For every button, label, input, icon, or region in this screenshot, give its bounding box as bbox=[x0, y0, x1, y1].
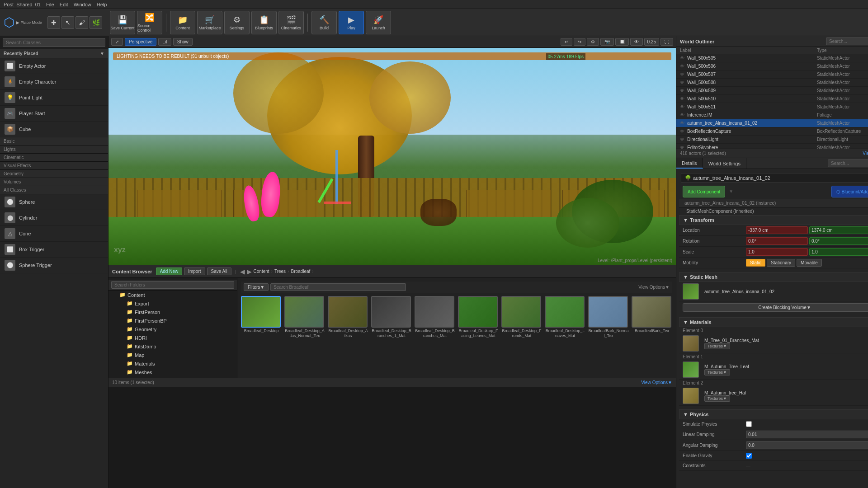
asset-search[interactable] bbox=[270, 283, 406, 291]
tree-materials[interactable]: 📁 Materials bbox=[108, 359, 237, 368]
linear-input[interactable] bbox=[746, 431, 868, 438]
menu-help[interactable]: Help bbox=[97, 2, 107, 7]
recently-placed-header[interactable]: Recently Placed ▼ bbox=[0, 49, 108, 58]
subcategory-cinematic[interactable]: Cinematic bbox=[0, 154, 108, 162]
subcategory-lights[interactable]: Lights bbox=[0, 145, 108, 154]
tree-geometry[interactable]: 📁 Geometry bbox=[108, 325, 237, 333]
add-component-btn[interactable]: Add Component bbox=[683, 186, 725, 197]
asset-1[interactable]: Broadleaf_Desktop_Atlas_Normal_Tex bbox=[284, 296, 325, 338]
mode-btn-4[interactable]: 🌿 bbox=[90, 16, 102, 29]
static-mesh-component[interactable]: StaticMeshComponent (Inherited) bbox=[679, 207, 868, 215]
vis-icon-11[interactable]: 👁 bbox=[680, 145, 685, 149]
rotation-x[interactable] bbox=[746, 237, 808, 245]
vis-icon-6[interactable]: 👁 bbox=[680, 104, 685, 110]
tab-world-settings[interactable]: World Settings bbox=[703, 158, 746, 169]
asset-2[interactable]: Broadleaf_Desktop_Atkas bbox=[328, 296, 368, 338]
vp-ctrl-5[interactable]: 🔲 bbox=[615, 38, 629, 46]
mode-btn-2[interactable]: ↖ bbox=[61, 16, 74, 29]
wo-wall510[interactable]: 👁 Wall_500x510 StaticMeshActor bbox=[676, 95, 868, 103]
vis-icon-4[interactable]: 👁 bbox=[680, 88, 685, 94]
tree-hdri[interactable]: 📁 HDRI bbox=[108, 333, 237, 342]
tree-content[interactable]: 📁 Content bbox=[108, 291, 237, 299]
vis-icon-3[interactable]: 👁 bbox=[680, 80, 685, 85]
view-options-status[interactable]: View Options▼ bbox=[641, 380, 672, 385]
location-x[interactable] bbox=[746, 226, 808, 234]
place-item-cylinder[interactable]: ⬤ Cylinder + bbox=[0, 210, 108, 226]
scale-x[interactable] bbox=[746, 248, 808, 256]
wo-search[interactable] bbox=[826, 38, 868, 45]
tree-map[interactable]: 📁 Map bbox=[108, 351, 237, 359]
place-item-cube[interactable]: 📦 Cube + bbox=[0, 122, 108, 137]
vis-icon-8[interactable]: 👁 bbox=[680, 121, 685, 126]
tree-meshes[interactable]: 📁 Meshes bbox=[108, 368, 237, 376]
tree-kitsdamo[interactable]: 📁 KitsDamo bbox=[108, 342, 237, 351]
simulate-checkbox[interactable] bbox=[746, 421, 752, 427]
filters-btn[interactable]: Filters▼ bbox=[244, 283, 269, 291]
save-current-btn[interactable]: 💾 Save Current bbox=[110, 11, 135, 34]
vp-ctrl-1[interactable]: ↩ bbox=[561, 38, 572, 46]
build-btn[interactable]: 🔨 Build bbox=[311, 11, 337, 34]
place-item-point-light[interactable]: 💡 Point Light + bbox=[0, 90, 108, 106]
perspective-btn[interactable]: Perspective bbox=[125, 38, 156, 46]
vis-icon-2[interactable]: 👁 bbox=[680, 72, 685, 77]
place-item-empty-character[interactable]: 🧍 Empty Character + bbox=[0, 74, 108, 90]
lit-btn[interactable]: Lit bbox=[158, 38, 171, 46]
vis-icon-9[interactable]: 👁 bbox=[680, 129, 685, 134]
gravity-checkbox[interactable] bbox=[746, 453, 752, 459]
blueprint-script-btn[interactable]: ⬡ Blueprint/Add Script bbox=[831, 186, 868, 197]
show-btn[interactable]: Show bbox=[173, 38, 193, 46]
angular-input[interactable] bbox=[746, 441, 868, 449]
dp-search[interactable] bbox=[828, 160, 868, 167]
source-control-btn[interactable]: 🔀 Source Control bbox=[137, 11, 162, 34]
wo-wall508[interactable]: 👁 Wall_500x508 StaticMeshActor bbox=[676, 79, 868, 87]
asset-7[interactable]: Broadleaf_Desktop_Leaves_Mat bbox=[545, 296, 585, 338]
search-input[interactable] bbox=[3, 38, 105, 47]
settings-btn[interactable]: ⚙ Settings bbox=[224, 11, 250, 34]
static-mesh-header[interactable]: ▼ Static Mesh bbox=[679, 272, 868, 282]
wo-inference[interactable]: 👁 Inference.IM Foliage bbox=[676, 111, 868, 119]
mat-tex-btn-2[interactable]: Textures▼ bbox=[704, 395, 730, 402]
tree-firstperson[interactable]: 📁 FirstPerson bbox=[108, 308, 237, 316]
scale-y[interactable] bbox=[809, 248, 868, 256]
view-options-btn[interactable]: View Options▼ bbox=[638, 285, 670, 290]
add-new-btn[interactable]: Add New bbox=[156, 267, 183, 275]
launch-btn[interactable]: 🚀 Launch bbox=[366, 11, 391, 34]
physics-header[interactable]: ▼ Physics bbox=[679, 409, 868, 419]
wo-wall506[interactable]: 👁 Wall_500x506 StaticMeshActor bbox=[676, 62, 868, 70]
wo-directional-light[interactable]: 👁 DirectionalLight DirectionalLight bbox=[676, 136, 868, 144]
vis-icon-0[interactable]: 👁 bbox=[680, 56, 685, 61]
menu-edit[interactable]: Edit bbox=[60, 2, 68, 7]
viewport-icon-btn[interactable]: ⤢ bbox=[111, 38, 123, 46]
vp-ctrl-2[interactable]: ↪ bbox=[574, 38, 585, 46]
mobility-static[interactable]: Static bbox=[746, 259, 765, 267]
wo-wall509[interactable]: 👁 Wall_500x509 StaticMeshActor bbox=[676, 87, 868, 95]
save-all-btn[interactable]: Save All bbox=[207, 267, 231, 275]
wo-autumn-tree[interactable]: 👁 autumn_tree_Alnus_incana_01_02 StaticM… bbox=[676, 119, 868, 127]
vp-maximize[interactable]: ⛶ bbox=[660, 38, 673, 46]
asset-8[interactable]: BroadleafBark_Normal_Tex bbox=[588, 296, 629, 338]
breadcrumb-content[interactable]: Content bbox=[254, 269, 269, 274]
vp-ctrl-3[interactable]: ⚙ bbox=[587, 38, 599, 46]
create-blocking-btn[interactable]: Create Blocking Volume▼ bbox=[683, 303, 868, 312]
asset-6[interactable]: Broadleaf_Desktop_Fronds_Mat bbox=[501, 296, 542, 338]
mode-btn-3[interactable]: 🖌 bbox=[75, 16, 88, 29]
breadcrumb-broadleaf[interactable]: Broadleaf bbox=[291, 269, 310, 274]
import-btn[interactable]: Import bbox=[184, 267, 205, 275]
asset-9[interactable]: BroadleafBark_Tex bbox=[632, 296, 672, 338]
vp-ctrl-4[interactable]: 📷 bbox=[600, 38, 614, 46]
place-item-player-start[interactable]: 🎮 Player Start + bbox=[0, 106, 108, 122]
marketplace-btn[interactable]: 🛒 Marketplace bbox=[197, 11, 222, 34]
vp-ctrl-6[interactable]: 👁 bbox=[630, 38, 643, 46]
transform-header[interactable]: ▼ Transform bbox=[679, 215, 868, 225]
mode-btn-1[interactable]: ✚ bbox=[47, 16, 60, 29]
breadcrumb-trees[interactable]: Trees bbox=[274, 269, 286, 274]
cb-nav-fwd[interactable]: ▶ bbox=[247, 268, 252, 275]
mat-tex-btn-0[interactable]: Textures▼ bbox=[704, 343, 730, 349]
play-btn[interactable]: ▶ Play bbox=[339, 11, 364, 34]
rotation-y[interactable] bbox=[809, 237, 868, 245]
vis-icon-7[interactable]: 👁 bbox=[680, 113, 685, 118]
menu-file[interactable]: File bbox=[46, 2, 54, 7]
wo-box-reflection[interactable]: 👁 BoxReflectionCapture BoxReflectionCapt… bbox=[676, 127, 868, 136]
wo-wall505[interactable]: 👁 Wall_500x505 StaticMeshActor bbox=[676, 54, 868, 62]
main-viewport[interactable]: LIGHTING NEEDS TO BE REBUILT (91 unbuilt… bbox=[108, 48, 676, 265]
